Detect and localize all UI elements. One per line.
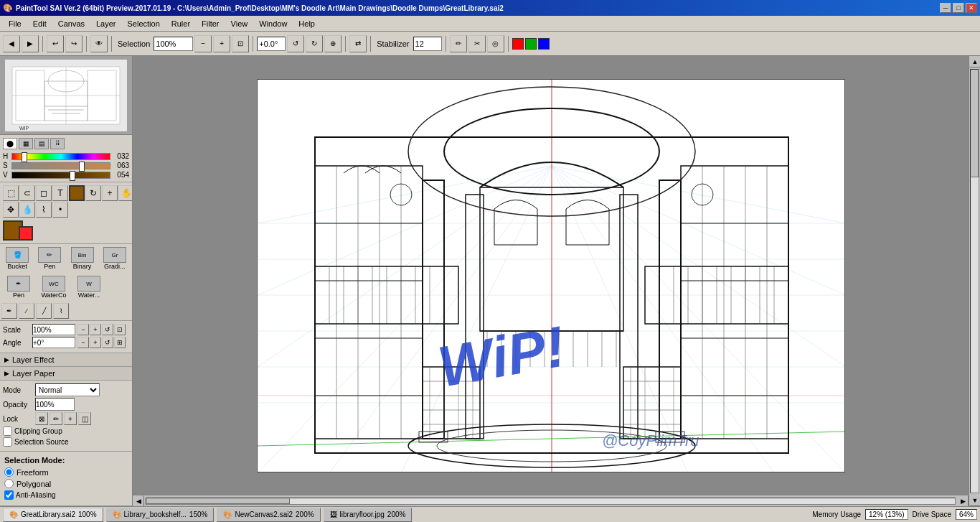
color-tab-circle[interactable]: ⬤ (3, 138, 17, 149)
color-swatch-main[interactable] (69, 185, 85, 201)
lock-opacity-button[interactable]: ✏ (50, 412, 62, 425)
vscroll-up-button[interactable]: ▲ (969, 56, 980, 67)
value-thumb[interactable] (70, 171, 75, 181)
scale-reset[interactable]: ↺ (102, 324, 113, 335)
eraser-tool-button[interactable]: ◻ (36, 185, 52, 201)
lock-extra-button[interactable]: ◫ (78, 412, 91, 425)
canvas-scroll-area[interactable]: WiP! @CoyPlimTru (133, 56, 969, 495)
eyedropper-button[interactable]: 💧 (19, 202, 35, 218)
menu-file[interactable]: File (3, 18, 27, 29)
text-tool-button[interactable]: T (52, 185, 68, 201)
brush-bucket[interactable]: 🪣 Bucket (1, 246, 33, 271)
hscroll-right-button[interactable]: ▶ (957, 495, 969, 507)
minimize-button[interactable]: ─ (940, 3, 951, 13)
color-tab-grid[interactable]: ▦ (19, 138, 33, 149)
rotation-input[interactable] (257, 37, 286, 51)
redo-button[interactable]: ↪ (65, 35, 83, 52)
vscroll-thumb[interactable] (971, 70, 979, 177)
view-toggle-button[interactable]: 👁 (90, 35, 108, 52)
brush-watercolor[interactable]: WC WaterCo (37, 274, 71, 300)
rotate-canvas-button[interactable]: ↻ (85, 185, 101, 201)
rotation-right-button[interactable]: ↻ (306, 35, 323, 52)
brush-grad[interactable]: Gr Gradi... (99, 246, 131, 271)
menu-window[interactable]: Window (253, 18, 293, 29)
color-red-swatch[interactable] (512, 38, 524, 50)
layer-paper-header[interactable]: ▶ Layer Paper (0, 367, 132, 380)
brush-pen-default[interactable]: ✏ Pen (34, 246, 65, 271)
tab-library-bookshelf[interactable]: 🎨 Library_bookshelf... 150% (106, 508, 215, 522)
angle-increase[interactable]: + (90, 337, 101, 348)
vscroll-down-button[interactable]: ▼ (969, 495, 980, 506)
scale-minus[interactable]: − (77, 324, 89, 335)
polygonal-radio[interactable] (4, 479, 14, 488)
menu-selection[interactable]: Selection (122, 18, 166, 29)
tool-pen-button[interactable]: ✏ (450, 35, 467, 52)
hue-thumb[interactable] (22, 152, 27, 162)
angle-decrease[interactable]: − (77, 337, 89, 348)
angle-extra[interactable]: ⊞ (114, 337, 126, 348)
maximize-button[interactable]: □ (953, 3, 964, 13)
selection-source-checkbox[interactable] (3, 437, 12, 447)
hand-tool-button[interactable]: ✋ (118, 185, 133, 201)
stabilizer-input[interactable] (413, 37, 442, 51)
clipping-checkbox[interactable] (3, 427, 12, 436)
zoom-plus-button[interactable]: + (213, 35, 230, 52)
background-color-swatch[interactable] (19, 226, 33, 241)
menu-filter[interactable]: Filter (196, 18, 225, 29)
title-bar-controls[interactable]: ─ □ ✕ (940, 3, 977, 13)
tab-greatlibrary[interactable]: 🎨 GreatLibrary.sai2 100% (3, 508, 103, 522)
tab-newcanvas2[interactable]: 🎨 NewCanvas2.sai2 200% (217, 508, 320, 522)
brush-tool-nib[interactable]: ✒ Pen (1, 274, 36, 300)
angle-input[interactable] (32, 337, 75, 348)
hscroll-track[interactable] (146, 498, 956, 505)
nav-forward-button[interactable]: ▶ (22, 35, 39, 52)
tab-libraryfloor[interactable]: 🖼 libraryfloor.jpg 200% (324, 508, 413, 522)
rotation-left-button[interactable]: ↺ (287, 35, 304, 52)
menu-view[interactable]: View (225, 18, 254, 29)
color-tab-lines[interactable]: ▤ (34, 138, 49, 149)
zoom-input[interactable] (154, 37, 193, 51)
brush-binary[interactable]: Bin Binary (67, 246, 98, 271)
flip-button[interactable]: ⇄ (349, 35, 367, 52)
undo-button[interactable]: ↩ (47, 35, 64, 52)
zoom-tool-button[interactable]: + (102, 185, 118, 201)
pen-tool-3[interactable]: ╱ (36, 303, 52, 319)
layer-effect-header[interactable]: ▶ Layer Effect (0, 353, 132, 366)
opacity-input[interactable] (35, 398, 75, 411)
zoom-minus-button[interactable]: − (194, 35, 212, 52)
lock-position-button[interactable]: ⊠ (35, 412, 48, 425)
dot-pen-button[interactable]: • (52, 202, 68, 218)
freeform-radio[interactable] (4, 467, 14, 477)
brush-water2[interactable]: W Water... (72, 274, 106, 300)
color-blue-swatch[interactable] (538, 38, 550, 50)
saturation-thumb[interactable] (79, 162, 85, 172)
pen-tool-4[interactable]: ⌇ (53, 303, 69, 319)
menu-ruler[interactable]: Ruler (166, 18, 196, 29)
scale-plus[interactable]: + (90, 324, 101, 335)
color-green-swatch[interactable] (525, 38, 537, 50)
vscroll-track[interactable] (970, 69, 979, 493)
menu-canvas[interactable]: Canvas (52, 18, 90, 29)
tool-circle-button[interactable]: ◎ (487, 35, 504, 52)
lock-all-button[interactable]: + (64, 412, 77, 425)
menu-edit[interactable]: Edit (27, 18, 52, 29)
angle-reset[interactable]: ↺ (102, 337, 113, 348)
menu-help[interactable]: Help (293, 18, 321, 29)
nav-back-button[interactable]: ◀ (3, 35, 20, 52)
lasso-tool-button[interactable]: ⊂ (19, 185, 35, 201)
scale-fit[interactable]: ⊡ (114, 324, 126, 335)
color-tab-dots[interactable]: ⠿ (50, 138, 65, 149)
rotation-reset-button[interactable]: ⊕ (324, 35, 341, 52)
tool-select-button[interactable]: ✂ (468, 35, 486, 52)
menu-layer[interactable]: Layer (90, 18, 122, 29)
pen-tool-2[interactable]: ∕ (19, 303, 34, 319)
anti-alias-checkbox[interactable] (4, 490, 14, 500)
v-scrollbar[interactable]: ▲ ▼ (969, 56, 980, 506)
pen-tool-1[interactable]: ✒ (1, 303, 17, 319)
selection-tool-button[interactable]: ⬚ (3, 185, 19, 201)
scale-input[interactable] (32, 324, 75, 335)
move-tool-button[interactable]: ✥ (3, 202, 19, 218)
hscroll-thumb[interactable] (146, 498, 290, 504)
mode-select[interactable]: Normal Multiply Screen (35, 383, 100, 396)
hscroll-left-button[interactable]: ◀ (133, 495, 144, 507)
